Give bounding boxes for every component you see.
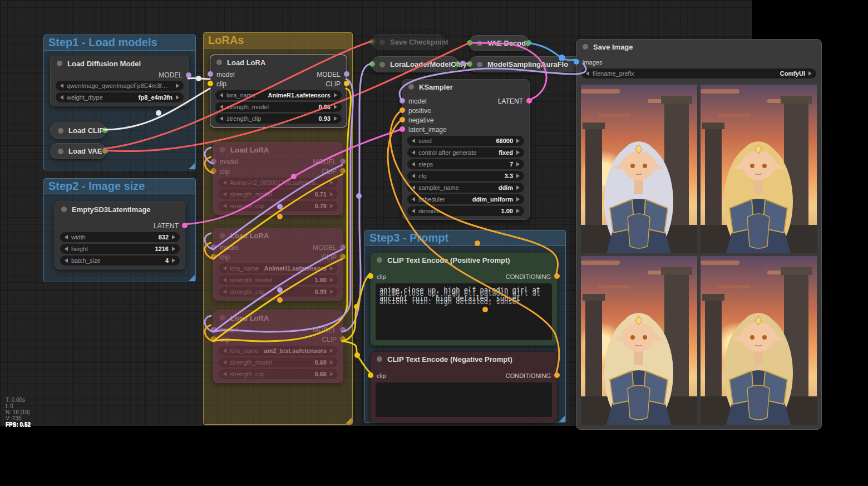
widget-strength-model[interactable]: strength_model1.00 — [219, 275, 338, 285]
decrement-arrow-icon[interactable] — [412, 150, 415, 155]
node-titlebar[interactable]: Save Image — [576, 40, 821, 54]
collapse-dot-icon[interactable] — [408, 84, 414, 90]
widget-strength-model[interactable]: strength_model0.69 — [219, 357, 338, 367]
group-resize-handle[interactable] — [189, 275, 195, 281]
collapse-dot-icon[interactable] — [216, 60, 222, 65]
output-slot-model[interactable] — [340, 244, 346, 250]
input-slot-collapsed[interactable] — [369, 61, 375, 67]
input-slot-model[interactable] — [400, 98, 405, 104]
output-slot-model[interactable] — [344, 71, 349, 77]
increment-arrow-icon[interactable] — [516, 139, 520, 143]
collapse-dot-icon[interactable] — [220, 147, 225, 153]
increment-arrow-icon[interactable] — [334, 93, 337, 97]
widget-strength-clip[interactable]: strength_clip0.99 — [219, 287, 338, 297]
input-slot-negative[interactable] — [400, 117, 405, 122]
increment-arrow-icon[interactable] — [516, 197, 520, 202]
decrement-arrow-icon[interactable] — [223, 204, 226, 208]
input-slot-clip[interactable] — [368, 372, 373, 378]
collapse-dot-icon[interactable] — [58, 128, 63, 134]
output-slot-clip[interactable] — [344, 81, 349, 86]
node-load-vae[interactable]: Load VAE — [50, 143, 106, 159]
decrement-arrow-icon[interactable] — [223, 348, 226, 353]
input-slot-latent-image[interactable] — [400, 126, 405, 132]
output-slot-model[interactable] — [186, 72, 191, 78]
input-slot-collapsed[interactable] — [467, 61, 472, 67]
increment-arrow-icon[interactable] — [516, 162, 520, 166]
decrement-arrow-icon[interactable] — [220, 105, 223, 109]
group-resize-handle[interactable] — [559, 416, 565, 422]
input-slot-clip[interactable] — [211, 168, 216, 174]
collapse-dot-icon[interactable] — [583, 44, 588, 50]
increment-arrow-icon[interactable] — [330, 204, 333, 208]
collapse-dot-icon[interactable] — [477, 62, 482, 67]
increment-arrow-icon[interactable] — [516, 174, 520, 178]
collapse-dot-icon[interactable] — [220, 233, 225, 238]
decrement-arrow-icon[interactable] — [223, 289, 226, 294]
decrement-arrow-icon[interactable] — [223, 278, 226, 282]
output-slot-model[interactable] — [340, 327, 346, 332]
widget-strength-clip[interactable]: strength_clip0.66 — [219, 369, 338, 379]
widget-filename-prefix[interactable]: filename_prefixComfyUI — [581, 68, 816, 78]
collapse-dot-icon[interactable] — [379, 62, 385, 67]
widget-lora-name[interactable]: lora_nameAnimeH1.safetensors — [219, 263, 338, 273]
increment-arrow-icon[interactable] — [330, 348, 333, 353]
output-slot-collapsed[interactable] — [102, 148, 108, 154]
output-slot-conditioning[interactable] — [554, 273, 560, 279]
input-slot-clip[interactable] — [208, 81, 213, 86]
decrement-arrow-icon[interactable] — [412, 162, 415, 166]
decrement-arrow-icon[interactable] — [65, 235, 68, 239]
output-slot-collapsed[interactable] — [102, 127, 108, 133]
input-slot-clip[interactable] — [368, 273, 373, 279]
widget-sampler-name[interactable]: sampler_nameddim — [407, 183, 524, 193]
decrement-arrow-icon[interactable] — [220, 93, 223, 97]
node-load-lora-bypassed-3[interactable]: Load LoRA model MODEL clip CLIP lora_nam… — [213, 310, 343, 383]
node-load-lora-bypassed-1[interactable]: Load LoRA model MODEL clip CLIP Anime-H2… — [213, 142, 343, 215]
node-titlebar[interactable]: Load LoRA — [214, 143, 343, 157]
increment-arrow-icon[interactable] — [176, 84, 179, 88]
node-titlebar[interactable]: Load LoRA — [210, 55, 347, 70]
node-load-clip[interactable]: Load CLIP — [50, 122, 106, 139]
decrement-arrow-icon[interactable] — [412, 185, 415, 190]
input-slot-model[interactable] — [211, 327, 216, 332]
node-clip-text-encode-negative[interactable]: CLIP Text Encode (Negative Prompt) clip … — [370, 351, 558, 423]
output-slot-latent[interactable] — [526, 98, 532, 104]
decrement-arrow-icon[interactable] — [60, 95, 63, 100]
output-slot-model[interactable] — [340, 159, 346, 164]
decrement-arrow-icon[interactable] — [65, 247, 68, 251]
increment-arrow-icon[interactable] — [172, 235, 175, 239]
output-slot-collapsed[interactable] — [455, 61, 461, 67]
collapse-dot-icon[interactable] — [58, 149, 63, 154]
widget-cfg[interactable]: cfg3.3 — [407, 171, 524, 181]
collapse-dot-icon[interactable] — [61, 207, 67, 212]
group-step2-header[interactable]: Step2 - Image size — [44, 179, 195, 194]
increment-arrow-icon[interactable] — [176, 95, 179, 100]
widget-denoise[interactable]: denoise1.00 — [407, 206, 524, 216]
widget-steps[interactable]: steps7 — [407, 159, 524, 169]
node-save-image[interactable]: Save Image images filename_prefixComfyUI — [576, 39, 822, 430]
increment-arrow-icon[interactable] — [330, 180, 333, 185]
node-load-diffusion-model[interactable]: Load Diffusion Model MODEL qwenImage_qwe… — [50, 56, 189, 106]
input-slot-model[interactable] — [211, 159, 216, 164]
widget-strength-model[interactable]: strength_model0.96 — [215, 102, 342, 112]
output-slot-conditioning[interactable] — [554, 372, 560, 378]
collapse-dot-icon[interactable] — [477, 41, 482, 46]
increment-arrow-icon[interactable] — [808, 71, 812, 76]
node-titlebar[interactable]: CLIP Text Encode (Negative Prompt) — [371, 352, 557, 366]
widget-qwenimage-qwenimagefp8e4m3fn-[interactable]: qwenImage_qwenImageFp8E4m3fn. ... — [56, 81, 184, 91]
input-slot-collapsed[interactable] — [467, 40, 472, 46]
input-slot-model[interactable] — [211, 244, 216, 250]
decrement-arrow-icon[interactable] — [223, 192, 226, 197]
increment-arrow-icon[interactable] — [172, 247, 175, 251]
preview-image-4[interactable] — [701, 256, 817, 425]
preview-image-1[interactable] — [581, 85, 697, 253]
widget-lora-name[interactable]: lora_nameAnimeR1.safetensors — [215, 90, 342, 100]
decrement-arrow-icon[interactable] — [223, 360, 226, 365]
widget-lora-name[interactable]: lora_nameam2_test.safetensors — [219, 346, 338, 356]
node-model-sampling-auraflow[interactable]: ModelSamplingAuraFlo — [469, 56, 584, 72]
increment-arrow-icon[interactable] — [330, 266, 333, 271]
node-load-lora[interactable]: Load LoRA model MODEL clip CLIP lora_nam… — [210, 55, 347, 127]
node-titlebar[interactable]: Load LoRA — [214, 311, 343, 325]
input-slot-clip[interactable] — [211, 254, 216, 259]
decrement-arrow-icon[interactable] — [223, 372, 226, 376]
node-lora-loader-model-only[interactable]: LoraLoaderModelOnly — [372, 56, 458, 72]
